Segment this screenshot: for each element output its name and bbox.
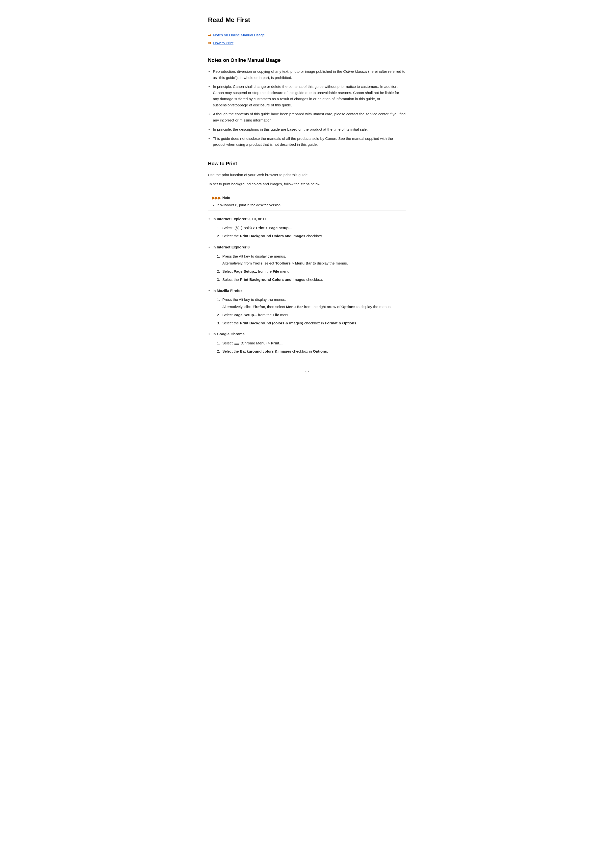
notes-section: Notes on Online Manual Usage Reproductio… — [208, 56, 406, 148]
bold-text: Print Background Colors and Images — [240, 234, 305, 238]
chrome-steps: 1. Select (Chrome Menu) > Print.... 2. S… — [208, 340, 406, 355]
bold-options: Options — [341, 305, 356, 309]
bold-page-setup: Page setup... — [269, 226, 292, 230]
list-item: 3. Select the Print Background Colors an… — [217, 277, 406, 283]
italic-text: Online Manual — [343, 69, 367, 73]
list-item: 1. Select (Tools) > Print > Page setup..… — [217, 225, 406, 231]
browser-title-chrome: In Google Chrome — [208, 331, 406, 337]
how-to-print-intro2: To set to print background colors and im… — [208, 181, 406, 187]
toc-arrow-1: ➡ — [208, 32, 211, 39]
toc-arrow-2: ➡ — [208, 40, 211, 46]
list-item: 1. Press the Alt key to display the menu… — [217, 253, 406, 267]
list-item: 1. Select (Chrome Menu) > Print.... — [217, 340, 406, 346]
bold-print: Print — [256, 226, 264, 230]
ie8-step3: Select the Print Background Colors and I… — [222, 277, 323, 282]
bold-bg-colors: Background colors & images — [240, 349, 291, 353]
list-item: 2. Select the Background colors & images… — [217, 349, 406, 355]
list-item: 2. Select Page Setup... from the File me… — [217, 268, 406, 274]
hamburger-icon — [235, 342, 239, 345]
how-to-print-section: How to Print Use the print function of y… — [208, 160, 406, 354]
firefox-step1-alt: Alternatively, click Firefox, then selec… — [222, 304, 406, 310]
ie8-step1: Press the Alt key to display the menus. … — [222, 254, 406, 267]
list-item: In principle, Canon shall change or dele… — [208, 84, 406, 108]
list-item: 1. Press the Alt key to display the menu… — [217, 297, 406, 310]
chrome-step2: Select the Background colors & images ch… — [222, 349, 328, 353]
how-to-print-intro1: Use the print function of your Web brows… — [208, 172, 406, 178]
toc-link-print[interactable]: How to Print — [213, 40, 233, 46]
toc-link-notes[interactable]: Notes on Online Manual Usage — [213, 32, 265, 38]
page-number: 17 — [208, 369, 406, 375]
svg-point-0 — [236, 227, 238, 229]
bold-print: Print.... — [271, 341, 283, 345]
table-of-contents: ➡ Notes on Online Manual Usage ➡ How to … — [208, 32, 406, 46]
list-item: 2. Select Page Setup... from the File me… — [217, 312, 406, 318]
bold-tools: Tools — [253, 261, 263, 265]
note-text-4: In principle, the descriptions in this g… — [213, 127, 368, 132]
ie8-steps: 1. Press the Alt key to display the menu… — [208, 253, 406, 283]
chrome-step1: Select (Chrome Menu) > Print.... — [222, 341, 283, 345]
ie9-steps: 1. Select (Tools) > Print > Page setup..… — [208, 225, 406, 239]
browser-chrome: In Google Chrome 1. Select (Chrome Menu)… — [208, 331, 406, 354]
note-text-2: In principle, Canon shall change or dele… — [213, 84, 399, 107]
bold-print-bg: Print Background Colors and Images — [240, 277, 305, 282]
toc-item-print[interactable]: ➡ How to Print — [208, 40, 406, 46]
note-header: ▶▶▶ Note — [212, 195, 402, 201]
note-arrows-icon: ▶▶▶ — [212, 195, 221, 201]
note-box: ▶▶▶ Note In Windows 8, print in the desk… — [208, 192, 406, 211]
how-to-print-title: How to Print — [208, 160, 406, 167]
browser-title-ie8: In Internet Explorer 8 — [208, 244, 406, 250]
note-content-list: In Windows 8, print in the desktop versi… — [212, 202, 402, 208]
firefox-steps: 1. Press the Alt key to display the menu… — [208, 297, 406, 326]
bold-page-setup: Page Setup... — [234, 313, 257, 317]
notes-bullet-list: Reproduction, diversion or copying of an… — [208, 68, 406, 148]
ie9-step2: Select the Print Background Colors and I… — [222, 234, 323, 238]
browser-firefox: In Mozilla Firefox 1. Press the Alt key … — [208, 288, 406, 326]
note-text-5: This guide does not disclose the manuals… — [213, 136, 393, 147]
list-item: 3. Select the Print Background (colors &… — [217, 320, 406, 326]
bold-format-options: Format & Options — [325, 321, 356, 325]
bold-print-bg-colors: Print Background (colors & images) — [240, 321, 303, 325]
toc-item-notes[interactable]: ➡ Notes on Online Manual Usage — [208, 32, 406, 39]
ie8-step2: Select Page Setup... from the File menu. — [222, 269, 291, 273]
bold-menubar: Menu Bar — [295, 261, 312, 265]
list-item: In Windows 8, print in the desktop versi… — [213, 202, 402, 208]
list-item: Reproduction, diversion or copying of an… — [208, 68, 406, 81]
bold-toolbars: Toolbars — [275, 261, 291, 265]
note-text-3: Although the contents of this guide have… — [213, 112, 406, 122]
bold-file: File — [273, 313, 279, 317]
ie8-step1-alt: Alternatively, from Tools, select Toolba… — [222, 260, 406, 267]
note-label: Note — [222, 195, 230, 200]
bold-firefox: Firefox — [253, 305, 265, 309]
firefox-step3: Select the Print Background (colors & im… — [222, 321, 357, 325]
bold-pagesetup: Page Setup... — [234, 269, 257, 273]
page-title: Read Me First — [208, 15, 406, 25]
firefox-step2: Select Page Setup... from the File menu. — [222, 313, 291, 317]
notes-section-title: Notes on Online Manual Usage — [208, 56, 406, 64]
ie9-step1: Select (Tools) > Print > Page setup... — [222, 226, 292, 230]
bold-menubar: Menu Bar — [286, 305, 303, 309]
firefox-step1: Press the Alt key to display the menus. … — [222, 298, 406, 310]
browser-ie8: In Internet Explorer 8 1. Press the Alt … — [208, 244, 406, 283]
browser-title-firefox: In Mozilla Firefox — [208, 288, 406, 294]
browser-title-ie9: In Internet Explorer 9, 10, or 11 — [208, 216, 406, 222]
bold-file: File — [273, 269, 279, 273]
list-item: Although the contents of this guide have… — [208, 111, 406, 124]
bold-options: Options — [313, 349, 327, 353]
browser-ie-9-10-11: In Internet Explorer 9, 10, or 11 1. Sel… — [208, 216, 406, 239]
list-item: In principle, the descriptions in this g… — [208, 126, 406, 133]
list-item: 2. Select the Print Background Colors an… — [217, 233, 406, 239]
list-item: This guide does not disclose the manuals… — [208, 136, 406, 148]
gear-icon — [234, 226, 239, 231]
note-text-1: Reproduction, diversion or copying of an… — [213, 69, 405, 80]
